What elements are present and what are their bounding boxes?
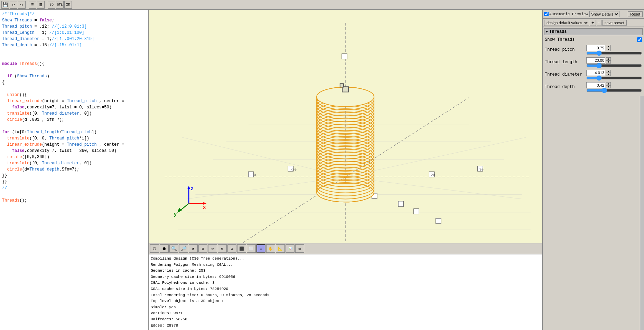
code-line-9: module Threads(){	[2, 61, 146, 67]
code-line-7	[2, 48, 146, 55]
console-line-13: Halffacets: 37818	[151, 329, 540, 330]
3d-viewport[interactable]: 20 30 -10 -20	[149, 10, 542, 243]
show-details-select[interactable]: Show Details	[589, 11, 619, 17]
svg-text:x: x	[203, 205, 206, 210]
viewport-toolbar: ⬡ ⬢ 🔍 🔎 ↺ ⊕ ⊙ ⊗ ⊘ ⬛ ⬜ ✏ ✋ 📐 📊 ▭	[149, 243, 542, 254]
main-toolbar: 💾 ↩ ↪ ≡ ≣ 3D STL 2D	[0, 0, 644, 10]
view-perspective-button[interactable]: ⬢	[160, 244, 169, 253]
auto-preview-checkbox[interactable]	[544, 12, 549, 16]
reset-view-button[interactable]: ↺	[189, 244, 198, 253]
view-home-button[interactable]: ⬡	[150, 244, 159, 253]
svg-rect-67	[340, 84, 344, 87]
save-button[interactable]: 💾	[1, 1, 9, 9]
auto-preview-label[interactable]: Automatic Preview	[544, 12, 588, 16]
thread-depth-up[interactable]: ▲	[606, 82, 611, 85]
undo-button[interactable]: ↩	[10, 1, 17, 9]
right-panel-spacer	[543, 96, 644, 330]
right-panel-scrollbar[interactable]	[640, 96, 644, 330]
threads-section-header[interactable]: ▼ Threads	[544, 28, 643, 35]
code-line-22: linear_extrude(height = Thread_pitch , c…	[2, 142, 146, 148]
save-preset-button[interactable]: save preset	[602, 20, 627, 26]
view-bottom-button[interactable]: ⊙	[208, 244, 217, 253]
code-line-28: }}	[2, 179, 146, 185]
reset-button[interactable]: Reset	[628, 11, 643, 17]
code-line-10	[2, 67, 146, 73]
thread-length-label: Thread length	[545, 60, 586, 65]
code-line-1: /*[Threads]*/	[2, 11, 146, 17]
svg-text:-10: -10	[250, 173, 256, 177]
thread-diameter-controls: ▲ ▼	[586, 70, 642, 79]
code-line-27: }}	[2, 173, 146, 179]
zoom-in-button[interactable]: 🔍	[169, 244, 178, 253]
thread-diameter-slider[interactable]	[586, 77, 642, 79]
thread-pitch-slider[interactable]	[586, 52, 642, 55]
add-preset-button[interactable]: +	[590, 20, 596, 26]
customizer-panel: Automatic Preview Show Details Reset des…	[542, 10, 644, 330]
main-layout: /*[Threads]*/ Show_Threads = false; Thre…	[0, 10, 644, 330]
svg-rect-29	[398, 201, 403, 206]
thread-pitch-row: Thread pitch ▲ ▼	[544, 45, 643, 55]
console-output: Compiling design (CSG Tree generation)..…	[149, 254, 542, 330]
thread-diameter-label: Thread diameter	[545, 72, 586, 77]
code-line-2: Show_Threads = false;	[2, 17, 146, 23]
code-line-31: Threads();	[2, 197, 146, 204]
show-threads-label: Show Threads	[545, 37, 575, 42]
code-line-17: translate([0, Thread_diameter, 0])	[2, 110, 146, 117]
thread-depth-slider[interactable]	[586, 89, 642, 92]
thread-depth-label: Thread depth	[545, 85, 586, 89]
code-line-13	[2, 86, 146, 92]
ortho-button[interactable]: ▭	[295, 244, 304, 253]
code-line-21: translate([0, 0, Thread_pitch*i])	[2, 135, 146, 142]
indent-button[interactable]: ≡	[29, 1, 36, 9]
code-line-29: //	[2, 185, 146, 191]
thread-pitch-up[interactable]: ▲	[606, 45, 611, 48]
thread-length-slider[interactable]	[586, 64, 642, 67]
svg-text:z: z	[190, 186, 193, 192]
view3d-button[interactable]: 3D	[48, 1, 55, 9]
numbers-button[interactable]: 📊	[286, 244, 295, 253]
console-line-3: Geometries in cache: 253	[151, 268, 540, 274]
code-line-12: {	[2, 79, 146, 86]
code-line-23: false,convexity=7, twist = 360, slices=5…	[2, 148, 146, 154]
svg-text:-20: -20	[290, 168, 297, 172]
console-line-6: CGAL cache size in bytes: 78254920	[151, 286, 540, 292]
view-top-button[interactable]: ⊕	[198, 244, 207, 253]
code-line-24: rotate([0,0,360])	[2, 154, 146, 160]
zoom-out-button[interactable]: 🔎	[179, 244, 188, 253]
toolbar-separator-1	[27, 1, 27, 8]
code-line-14: union(){	[2, 92, 146, 98]
view2d-button[interactable]: 2D	[64, 1, 72, 9]
redo-button[interactable]: ↪	[18, 1, 26, 9]
thread-diameter-up[interactable]: ▲	[606, 70, 611, 73]
threads-section: ▼ Threads Show Threads Thread pitch ▲ ▼	[543, 27, 644, 96]
thread-diameter-row: Thread diameter ▲ ▼	[544, 70, 643, 79]
code-editor[interactable]: /*[Threads]*/ Show_Threads = false; Thre…	[0, 10, 149, 330]
dedent-button[interactable]: ≣	[37, 1, 45, 9]
section-collapse-arrow: ▼	[546, 30, 548, 34]
thread-depth-row: Thread depth ▲ ▼	[544, 82, 643, 92]
code-line-3: Thread_pitch = .12; //[.12:0.01:3]	[2, 23, 146, 30]
console-line-5: CGAL Polyhedrons in cache: 3	[151, 280, 540, 286]
svg-point-77	[188, 203, 190, 204]
svg-text:20: 20	[431, 173, 435, 177]
render-button[interactable]: ✏	[256, 244, 265, 253]
remove-preset-button[interactable]: -	[597, 20, 601, 26]
view-front-button[interactable]: ⬛	[237, 244, 246, 253]
thread-length-row: Thread length ▲ ▼	[544, 57, 643, 67]
preset-select[interactable]: design default values	[544, 20, 589, 26]
measure-button[interactable]: 📐	[276, 244, 285, 253]
viewstl-button[interactable]: STL	[56, 1, 64, 9]
svg-text:y: y	[174, 212, 177, 217]
code-line-19	[2, 123, 146, 129]
thread-pitch-label: Thread pitch	[545, 47, 586, 52]
drag-button[interactable]: ✋	[266, 244, 275, 253]
threads-section-label: Threads	[549, 29, 567, 34]
thread-length-up[interactable]: ▲	[606, 57, 611, 60]
code-line-25: translate([0, Thread_diameter, 0])	[2, 160, 146, 166]
view-right-button[interactable]: ⊘	[227, 244, 236, 253]
toolbar-separator-2	[46, 1, 46, 8]
view-back-button[interactable]: ⬜	[247, 244, 256, 253]
view-left-button[interactable]: ⊗	[218, 244, 227, 253]
show-threads-checkbox[interactable]	[637, 37, 642, 42]
console-line-9: Simple: yes	[151, 304, 540, 311]
